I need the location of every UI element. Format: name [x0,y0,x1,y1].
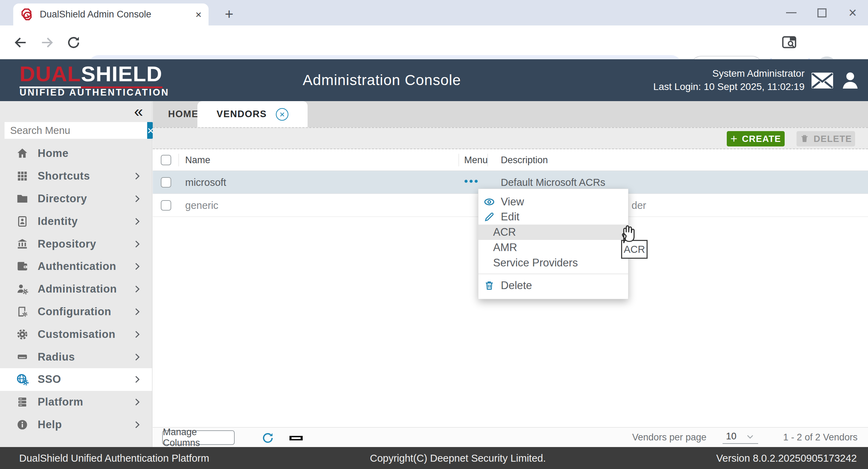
window-minimize-button[interactable] [776,0,807,25]
refresh-icon[interactable] [261,431,275,445]
id-card-icon [15,215,30,228]
trash-icon [483,280,495,291]
back-icon[interactable] [13,35,29,51]
menu-item-amr[interactable]: AMR [478,240,628,255]
range-text: 1 - 2 of 2 Vendors [783,432,858,443]
status-bar: DualShield Unified Authentication Platfo… [0,447,868,469]
vendor-description: Default Microsoft ACRs [501,176,605,188]
sidebar-item-platform[interactable]: Platform [0,391,152,414]
statusbar-copyright-text: Copyright(C) Deepnet Security Limited. [370,452,546,464]
manage-columns-button[interactable]: Manage Columns [162,430,235,445]
menu-item-service-providers[interactable]: Service Providers [478,255,628,271]
sidebar-item-configuration[interactable]: Configuration [0,301,152,323]
sidebar-item-customisation[interactable]: Customisation [0,323,152,346]
window-close-button[interactable]: × [837,0,868,25]
search-menu-input[interactable] [5,122,147,139]
mail-icon[interactable] [811,72,834,89]
chevron-right-icon [132,261,142,272]
menu-item-view[interactable]: View [478,194,628,210]
home-icon [15,147,30,160]
logo-shield-text: SHIELD [81,62,162,88]
sidebar-item-authentication[interactable]: Authentication [0,255,152,278]
per-page-select[interactable]: 10 [723,431,758,444]
column-header-menu[interactable]: Menu [464,154,488,165]
browser-toolbar: demo.la.deepnetid.com:8073/dac/#/SSO/ven… [0,25,868,59]
bank-icon [15,237,30,251]
page-title: Administration Console [303,72,461,89]
browser-tab[interactable]: DualShield Admin Console × [13,3,209,25]
sidebar-item-help[interactable]: Help [0,414,152,436]
statusbar-platform-text: DualShield Unified Authentication Platfo… [19,452,209,464]
last-login: Last Login: 10 Sept 2025, 11:02:19 [653,80,805,93]
vendor-description-partial: der [632,199,646,211]
select-all-checkbox[interactable] [161,155,171,165]
eye-icon [483,196,495,208]
sidebar-item-shortcuts[interactable]: Shortcuts [0,165,152,188]
search-panel-icon[interactable] [781,35,797,51]
column-header-name[interactable]: Name [185,154,210,165]
row-menu-trigger[interactable]: ••• [464,175,480,187]
row-checkbox[interactable] [161,177,171,188]
user-name: System Administrator [653,67,805,80]
tab-close-circle-icon[interactable]: × [276,108,288,121]
sidebar-item-home[interactable]: Home [0,142,152,165]
chevron-right-icon [132,194,142,204]
content-tabstrip: HOME VENDORS × [153,101,868,127]
user-info: System Administrator Last Login: 10 Sept… [653,67,805,93]
create-button[interactable]: + CREATE [727,131,785,146]
delete-button[interactable]: DELETE [797,131,855,146]
drag-handle-icon[interactable] [289,436,303,440]
column-header-description[interactable]: Description [501,154,548,165]
forward-icon[interactable] [39,35,55,51]
reload-icon[interactable] [66,35,82,51]
chevron-right-icon [132,419,142,430]
vendor-name: microsoft [185,176,226,188]
screen: DualShield Admin Console × + × demo.la.d… [0,0,868,469]
doc-gear-icon [15,305,30,318]
chevron-right-icon [132,352,142,362]
gear-icon [15,328,30,341]
info-icon [15,418,30,431]
user-gear-icon [15,282,30,296]
tab-close-icon[interactable]: × [195,9,202,20]
sidebar-collapse-icon[interactable]: « [134,103,143,119]
favicon-shield-icon [20,8,33,21]
vendor-name: generic [185,199,218,211]
server-icon [15,350,30,364]
chevron-right-icon [132,239,142,249]
logo-subtitle: UNIFIED AUTHENTICATION [20,87,169,98]
pagination: Vendors per page 10 1 - 2 of 2 Vendors [632,428,858,447]
app-header: DUALSHIELD UNIFIED AUTHENTICATION Admini… [0,59,868,101]
chevron-right-icon [132,307,142,317]
chevron-right-icon [132,374,142,385]
dualshield-logo: DUALSHIELD UNIFIED AUTHENTICATION [20,63,169,98]
sidebar-item-administration[interactable]: Administration [0,278,152,301]
server-stack-icon [15,396,30,408]
chevron-right-icon [132,329,142,340]
shortcuts-icon [15,170,30,182]
sidebar-menu: Home Shortcuts Directory Identity Reposi… [0,142,152,436]
table-header: Name Menu Description [153,149,868,171]
sidebar-item-identity[interactable]: Identity [0,210,152,233]
new-tab-button[interactable]: + [220,5,239,24]
sidebar-search: × [5,122,150,139]
menu-divider [478,274,628,274]
sidebar-item-sso[interactable]: SSO [0,368,152,391]
tab-vendors[interactable]: VENDORS × [197,101,308,127]
tab-title: DualShield Admin Console [40,9,192,20]
sidebar-item-repository[interactable]: Repository [0,233,152,255]
row-context-menu: View Edit ACR AMR Service Providers Dele… [478,189,628,299]
menu-item-edit[interactable]: Edit [478,209,628,225]
tab-home[interactable]: HOME [168,101,198,127]
row-checkbox[interactable] [161,200,171,211]
menu-item-acr[interactable]: ACR [478,225,628,240]
table-footer: Manage Columns Vendors per page 10 1 - 2… [153,427,868,447]
sidebar-item-radius[interactable]: Radius [0,346,152,368]
window-maximize-button[interactable] [807,0,837,25]
menu-item-delete[interactable]: Delete [478,278,628,293]
wallet-icon [15,260,30,273]
browser-titlebar: DualShield Admin Console × + × [0,0,868,25]
user-profile-icon[interactable] [840,70,860,91]
window-controls: × [776,0,868,25]
sidebar-item-directory[interactable]: Directory [0,188,152,210]
